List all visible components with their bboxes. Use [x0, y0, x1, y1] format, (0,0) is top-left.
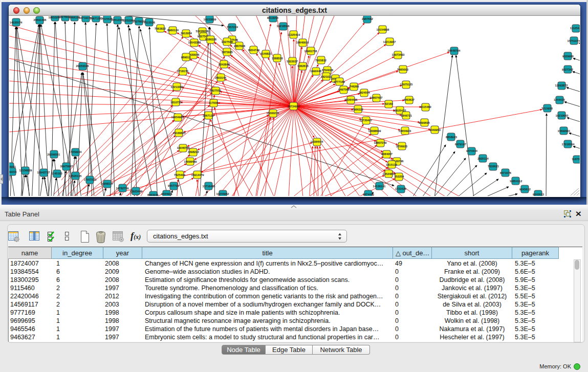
svg-text:10688609: 10688609 — [368, 129, 381, 133]
svg-text:3912954: 3912954 — [181, 32, 192, 35]
svg-text:9245613: 9245613 — [533, 193, 544, 196]
svg-text:8186328: 8186328 — [205, 38, 216, 41]
svg-text:19384554: 19384554 — [311, 140, 324, 143]
svg-text:7357224: 7357224 — [227, 26, 238, 29]
svg-text:3756923: 3756923 — [396, 145, 407, 148]
svg-text:15751074: 15751074 — [568, 39, 580, 42]
svg-text:7663822: 7663822 — [155, 27, 166, 30]
svg-text:16961758: 16961758 — [304, 50, 317, 53]
svg-text:17359934: 17359934 — [69, 150, 82, 154]
svg-text:20691406: 20691406 — [34, 18, 47, 21]
svg-text:3498222: 3498222 — [188, 150, 199, 154]
svg-text:9699695: 9699695 — [419, 121, 430, 124]
svg-text:9457791: 9457791 — [168, 184, 179, 187]
svg-text:13654923: 13654923 — [399, 129, 411, 133]
svg-text:10046788: 10046788 — [177, 146, 190, 149]
svg-text:6794028: 6794028 — [322, 69, 333, 72]
svg-text:8960124: 8960124 — [167, 29, 179, 32]
svg-text:3875685: 3875685 — [222, 51, 233, 54]
svg-text:9245612: 9245612 — [519, 188, 531, 191]
svg-text:1244415: 1244415 — [554, 98, 565, 101]
svg-text:1990448: 1990448 — [310, 70, 321, 73]
svg-text:17957223: 17957223 — [84, 178, 97, 181]
svg-text:12505135: 12505135 — [69, 174, 82, 178]
svg-text:53226058: 53226058 — [196, 30, 209, 33]
svg-text:9474444: 9474444 — [466, 149, 478, 152]
svg-text:8858923: 8858923 — [446, 136, 457, 139]
svg-text:3267130: 3267130 — [203, 114, 214, 117]
svg-text:18724007: 18724007 — [288, 105, 300, 108]
svg-text:10543382: 10543382 — [188, 41, 201, 44]
svg-text:18807249: 18807249 — [374, 141, 387, 144]
svg-text:19166825: 19166825 — [173, 132, 186, 135]
svg-text:17016504: 17016504 — [562, 143, 575, 146]
svg-text:16914479: 16914479 — [191, 173, 204, 177]
svg-text:30975867: 30975867 — [60, 165, 73, 168]
svg-text:9777169: 9777169 — [334, 80, 345, 83]
svg-text:746266: 746266 — [350, 85, 359, 88]
svg-text:20364436: 20364436 — [345, 98, 358, 101]
svg-text:1810755: 1810755 — [170, 101, 182, 104]
svg-text:12093872: 12093872 — [555, 84, 568, 87]
svg-text:10671385: 10671385 — [90, 17, 103, 20]
svg-text:8663041: 8663041 — [147, 193, 159, 196]
svg-text:5322037: 5322037 — [287, 60, 298, 63]
svg-text:939154: 939154 — [9, 170, 17, 173]
svg-text:16782759: 16782759 — [116, 187, 129, 190]
svg-text:1733426: 1733426 — [395, 187, 406, 190]
svg-text:3624554: 3624554 — [359, 91, 371, 94]
svg-text:19218506: 19218506 — [277, 25, 290, 28]
svg-text:9474445: 9474445 — [363, 193, 374, 196]
svg-text:7485003: 7485003 — [397, 68, 408, 71]
svg-text:10807487: 10807487 — [370, 96, 383, 99]
svg-text:9327508: 9327508 — [222, 40, 233, 43]
svg-text:6497568: 6497568 — [338, 88, 350, 91]
svg-text:1167531: 1167531 — [572, 158, 580, 161]
svg-text:7515526: 7515526 — [144, 21, 155, 24]
svg-text:2987682: 2987682 — [362, 17, 373, 20]
svg-text:8454749: 8454749 — [248, 49, 259, 52]
svg-text:9434921: 9434921 — [161, 192, 172, 195]
svg-text:1362615: 1362615 — [297, 64, 309, 68]
svg-text:7955812: 7955812 — [315, 59, 326, 62]
svg-text:8813054: 8813054 — [267, 16, 279, 19]
svg-text:15692901: 15692901 — [558, 129, 571, 133]
svg-text:9084067: 9084067 — [381, 152, 393, 156]
svg-text:12942737: 12942737 — [37, 171, 50, 174]
svg-text:1440953: 1440953 — [429, 128, 441, 132]
svg-text:10958137: 10958137 — [101, 182, 114, 185]
svg-text:9242848: 9242848 — [219, 63, 230, 66]
svg-text:1815132: 1815132 — [386, 163, 397, 166]
svg-text:7625402: 7625402 — [174, 173, 185, 177]
svg-text:9329960: 9329960 — [562, 55, 574, 58]
svg-text:16648784: 16648784 — [448, 49, 461, 52]
svg-text:14035574: 14035574 — [10, 21, 23, 24]
svg-text:14099489: 14099489 — [184, 160, 197, 163]
svg-text:9227342: 9227342 — [562, 68, 573, 71]
svg-text:7632621: 7632621 — [488, 165, 499, 168]
svg-text:7986322: 7986322 — [352, 108, 363, 111]
svg-text:4463627: 4463627 — [403, 98, 415, 101]
svg-text:252254: 252254 — [395, 175, 405, 178]
svg-text:2935114: 2935114 — [477, 157, 489, 160]
svg-text:15716485: 15716485 — [203, 185, 215, 188]
svg-text:1621022: 1621022 — [321, 75, 332, 78]
svg-text:6479197: 6479197 — [455, 143, 466, 146]
svg-text:3215958: 3215958 — [541, 107, 553, 110]
svg-text:10854112: 10854112 — [510, 180, 522, 183]
svg-text:989012: 989012 — [181, 56, 191, 59]
svg-text:12975125: 12975125 — [400, 83, 413, 86]
svg-text:11325419: 11325419 — [288, 33, 300, 36]
svg-text:1588520: 1588520 — [272, 57, 283, 60]
svg-text:20053346: 20053346 — [76, 64, 89, 68]
svg-text:10244962: 10244962 — [216, 192, 229, 195]
svg-text:12213967: 12213967 — [383, 40, 396, 43]
svg-text:62160: 62160 — [385, 102, 393, 105]
svg-text:2803144: 2803144 — [215, 76, 227, 79]
svg-text:9115460: 9115460 — [420, 105, 431, 108]
svg-text:19654983: 19654983 — [171, 116, 184, 119]
svg-text:9146821: 9146821 — [260, 52, 272, 55]
svg-text:20206551: 20206551 — [48, 153, 60, 156]
svg-text:13524851: 13524851 — [383, 172, 396, 176]
svg-text:12156829: 12156829 — [19, 169, 32, 172]
